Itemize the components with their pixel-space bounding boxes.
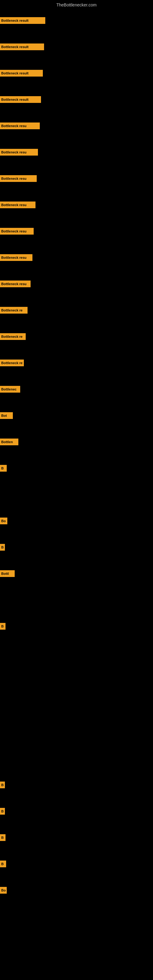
bottleneck-bar: B — [0, 861, 6, 867]
bottleneck-bar: B — [0, 781, 5, 788]
bottleneck-bar: B — [0, 465, 7, 472]
bottleneck-bar: Bottleneck resu — [0, 280, 30, 287]
bottleneck-bar: B — [0, 834, 5, 841]
bottleneck-bar: Bottlen — [0, 439, 18, 445]
bottleneck-bar: B — [0, 623, 5, 630]
bottleneck-bar: Bottleneck resu — [0, 254, 32, 261]
bottleneck-bar: Bo — [0, 887, 7, 894]
bottleneck-bar: Bottleneck result — [0, 70, 43, 76]
bottleneck-bar: Bottlenec — [0, 386, 20, 393]
bottleneck-bar: Bottleneck resu — [0, 149, 38, 156]
bottleneck-bar: Bottleneck re — [0, 307, 27, 313]
bottleneck-bar: Bottleneck resu — [0, 228, 33, 235]
bottleneck-bar: Bottleneck resu — [0, 123, 40, 129]
bottleneck-bar: Bottleneck resu — [0, 175, 37, 182]
bottleneck-bar: Bottleneck result — [0, 96, 41, 103]
bottleneck-bar: Bottleneck result — [0, 43, 44, 50]
bottleneck-bar: Bot — [0, 412, 13, 419]
bottleneck-bar: Bottl — [0, 570, 15, 577]
bottleneck-bar: B — [0, 808, 5, 815]
bottleneck-bar: Bottleneck re — [0, 360, 24, 366]
bottleneck-bar: Bo — [0, 517, 7, 524]
bottleneck-bar: Bottleneck re — [0, 333, 26, 340]
bottleneck-bar: Bottleneck result — [0, 17, 45, 24]
bottleneck-bar: Bottleneck resu — [0, 202, 35, 208]
site-title: TheBottlenecker.com — [0, 0, 153, 10]
bottleneck-bar: B — [0, 544, 5, 550]
